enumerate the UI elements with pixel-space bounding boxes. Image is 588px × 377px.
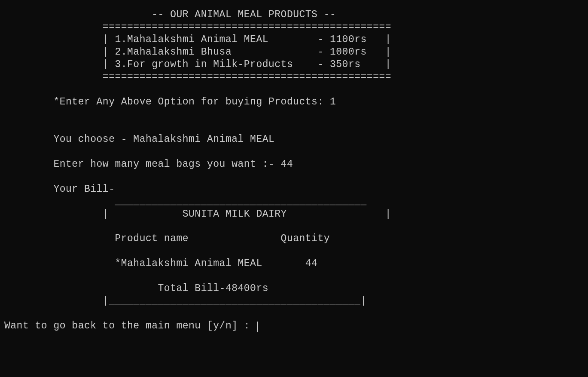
- option-input-value[interactable]: 1: [330, 96, 336, 107]
- bill-column-headers: Product name Quantity: [4, 233, 330, 244]
- bill-heading: Your Bill-: [4, 184, 115, 195]
- option-prompt-label: *Enter Any Above Option for buying Produ…: [4, 96, 330, 107]
- cursor-icon: [257, 322, 258, 332]
- quantity-prompt-label: Enter how many meal bags you want :-: [4, 159, 281, 170]
- bill-item-row: *Mahalakshmi Animal MEAL 44: [4, 258, 317, 269]
- product-row-2: | 2.Mahalakshmi Bhusa - 1000rs |: [4, 46, 391, 58]
- product-row-1: | 1.Mahalakshmi Animal MEAL - 1100rs |: [4, 34, 391, 45]
- choice-confirmation: You choose - Mahalakshmi Animal MEAL: [4, 134, 274, 145]
- quantity-input-value[interactable]: 44: [281, 159, 293, 170]
- bill-bottom-border: |_______________________________________…: [4, 295, 367, 307]
- terminal-divider-top: ========================================…: [4, 21, 391, 33]
- bill-company-name: | SUNITA MILK DAIRY |: [4, 208, 391, 220]
- bill-total: Total Bill-48400rs: [4, 283, 268, 294]
- product-row-3: | 3.For growth in Milk-Products - 350rs …: [4, 59, 391, 70]
- terminal-header-line: -- OUR ANIMAL MEAL PRODUCTS --: [4, 9, 336, 20]
- bill-top-border: ________________________________________…: [4, 196, 367, 207]
- terminal-divider-bottom: ========================================…: [4, 71, 391, 83]
- main-menu-prompt-label: Want to go back to the main menu [y/n] :: [4, 320, 256, 331]
